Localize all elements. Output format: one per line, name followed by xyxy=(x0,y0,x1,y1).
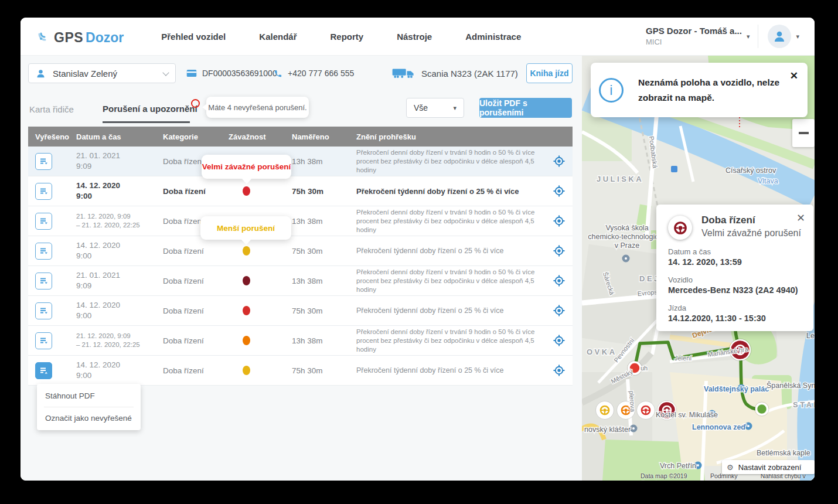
driver-select[interactable]: Stanislav Zelený xyxy=(28,63,176,83)
table-row: 14. 12. 20209:00 Doba řízení 75h 30m Pře… xyxy=(28,356,573,386)
map-label-place: Let xyxy=(806,332,815,340)
close-icon[interactable] xyxy=(790,70,798,82)
map[interactable]: JULISKA Podbabská Císařský ostrov Vltava… xyxy=(582,56,815,481)
row-datetime: 21. 12. 2020, 9:09– 21. 12. 2020, 22:25 xyxy=(76,332,155,349)
map-display-settings-button[interactable]: Nastavit zobrazení xyxy=(722,460,815,474)
truck-icon xyxy=(391,66,416,80)
locate-on-map-button[interactable] xyxy=(553,334,566,347)
map-label-poi: Valdštejnský palác xyxy=(704,385,769,393)
gear-icon xyxy=(727,463,734,472)
table-row: 14. 12. 20209:00 Doba řízení 75h 30m Pře… xyxy=(28,296,573,326)
nav-item-vehicles[interactable]: Přehled vozidel xyxy=(161,32,226,42)
row-measured: 13h 38m xyxy=(292,157,323,166)
map-label-place: Vrch Petřín xyxy=(660,462,696,470)
row-actions-button[interactable] xyxy=(35,213,52,230)
menu-item-mark-unresolved[interactable]: Označit jako nevyřešené xyxy=(37,408,141,428)
map-label-poi: Lennonova zeď xyxy=(692,423,746,431)
row-offense: Překročení denní doby řízení v trvání 9 … xyxy=(356,328,539,354)
severity-dot[interactable] xyxy=(243,276,250,285)
card-icon xyxy=(186,69,197,77)
row-measured: 75h 30m xyxy=(292,366,323,375)
field-vehicle: Vozidlo Mercedes-Benz N323 (2A2 4940) xyxy=(668,275,802,296)
map-zoom-out-button[interactable] xyxy=(792,119,815,147)
row-offense: Překročení denní doby řízení v trvání 9 … xyxy=(356,148,539,175)
map-notice-text: Neznámá poloha a vozidlo, nelze zobrazit… xyxy=(638,75,788,105)
row-actions-button[interactable] xyxy=(35,183,52,200)
logo-text-dozor: Dozor xyxy=(86,30,124,46)
locate-on-map-button[interactable] xyxy=(553,155,566,168)
violations-table: Vyřešeno Datum a čas Kategorie Závažnost… xyxy=(28,127,573,386)
nav-item-calendar[interactable]: Kalendář xyxy=(259,32,297,42)
violation-detail-card: Doba řízení Velmi závažné porušení Datum… xyxy=(656,205,813,331)
locate-on-map-button[interactable] xyxy=(553,274,566,287)
chevron-down-icon xyxy=(796,33,799,40)
severity-dot[interactable] xyxy=(243,336,250,345)
account-switcher[interactable]: GPS Dozor - Tomáš a... MICI xyxy=(646,25,742,47)
row-datetime: 14. 12. 20209:00 xyxy=(76,181,155,202)
row-actions-button[interactable] xyxy=(35,243,52,260)
severity-tooltip-minor: Menší porušení xyxy=(200,216,291,240)
violations-filter-select[interactable]: Vše xyxy=(406,98,464,118)
row-category: Doba řízení xyxy=(163,247,204,256)
row-datetime: 14. 12. 20209:00 xyxy=(76,300,155,321)
violation-marker-minor[interactable] xyxy=(596,401,614,420)
row-actions-button-active[interactable] xyxy=(35,362,52,379)
route-end-marker[interactable] xyxy=(755,402,769,416)
col-resolved: Vyřešeno xyxy=(28,132,68,141)
field-datetime: Datum a čas 14. 12. 2020, 13:59 xyxy=(668,247,802,268)
row-actions-button[interactable] xyxy=(35,302,52,319)
locate-on-map-button[interactable] xyxy=(553,244,566,257)
row-actions-button[interactable] xyxy=(35,153,52,170)
row-actions-button[interactable] xyxy=(35,273,52,290)
app-logo[interactable]: GPS Dozor xyxy=(37,27,124,46)
locate-on-map-button[interactable] xyxy=(553,364,566,377)
row-datetime: 14. 12. 20209:00 xyxy=(76,360,155,381)
row-category: Doba řízení xyxy=(163,307,204,315)
row-category: Doba řízení xyxy=(163,277,204,285)
map-label-school: Vysoká škola xyxy=(605,224,648,232)
row-actions-button[interactable] xyxy=(35,332,52,349)
table-row: 14. 12. 20209:00 Doba řízení 75h 30m Pře… xyxy=(28,176,573,206)
avatar[interactable] xyxy=(768,25,791,48)
nav-item-reports[interactable]: Reporty xyxy=(331,32,364,42)
row-measured: 75h 30m xyxy=(292,247,323,256)
close-icon[interactable] xyxy=(796,212,805,224)
violation-title: Doba řízení xyxy=(701,214,801,227)
map-label-place: Španělská Synag xyxy=(767,381,815,390)
minus-icon xyxy=(799,132,809,134)
map-label-river: Vltava xyxy=(758,177,778,185)
main-nav: Přehled vozidel Kalendář Reporty Nástroj… xyxy=(161,32,521,42)
account-org: MICI xyxy=(646,36,742,47)
severity-dot[interactable] xyxy=(243,246,250,256)
driver-select-value: Stanislav Zelený xyxy=(53,69,117,79)
severity-dot[interactable] xyxy=(243,186,250,196)
logbook-button[interactable]: Kniha jízd xyxy=(526,63,573,83)
col-datetime: Datum a čas xyxy=(68,132,155,141)
map-label-place: novský klášter xyxy=(584,425,631,434)
signal-waves-icon xyxy=(37,27,52,42)
locate-on-map-button[interactable] xyxy=(553,185,566,197)
driver-card-number: DF00003563691000 xyxy=(186,63,277,83)
tab-violations[interactable]: Porušení a upozornění xyxy=(103,104,197,114)
save-pdf-button[interactable]: Uložit PDF s porušeními xyxy=(479,98,572,118)
severity-dot[interactable] xyxy=(243,306,250,315)
map-label-street: Jelení xyxy=(675,355,691,362)
map-label-place: Betlémská kaple xyxy=(757,449,810,457)
table-header: Vyřešeno Datum a čas Kategorie Závažnost… xyxy=(28,127,573,147)
user-icon xyxy=(772,29,786,43)
locate-on-map-button[interactable] xyxy=(553,304,566,317)
row-datetime: 21. 01. 20219:09 xyxy=(76,151,155,172)
severity-dot[interactable] xyxy=(243,366,250,375)
violation-marker-serious[interactable] xyxy=(637,401,655,420)
table-row: 21. 12. 2020, 9:09– 21. 12. 2020, 22:25 … xyxy=(28,326,573,356)
vehicle-info: Scania N323 (2AK 1177) xyxy=(391,63,518,83)
violation-subtitle: Velmi závažné porušení xyxy=(701,227,801,240)
nav-item-tools[interactable]: Nástroje xyxy=(397,32,432,42)
filter-value: Vše xyxy=(414,103,428,113)
nav-item-administration[interactable]: Administrace xyxy=(465,32,521,42)
locate-on-map-button[interactable] xyxy=(553,214,566,227)
menu-item-download-pdf[interactable]: Stáhnout PDF xyxy=(37,386,141,406)
row-category: Doba řízení xyxy=(163,157,204,166)
row-datetime: 21. 01. 20219:09 xyxy=(76,270,155,291)
tab-driver-card[interactable]: Karta řidiče xyxy=(29,104,74,114)
